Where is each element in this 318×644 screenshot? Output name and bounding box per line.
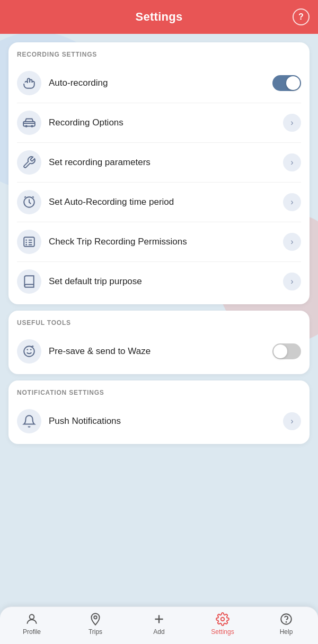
notification-settings-card: NOTIFICATION SETTINGS Push Notifications… bbox=[8, 380, 310, 444]
bottom-navigation: Profile Trips Add Settings Help bbox=[0, 606, 318, 644]
push-notifications-chevron[interactable]: › bbox=[283, 412, 301, 430]
list-icon bbox=[17, 230, 41, 254]
default-trip-chevron[interactable]: › bbox=[283, 273, 301, 291]
auto-recording-label: Auto-recording bbox=[49, 77, 272, 89]
help-circle-icon bbox=[279, 612, 293, 626]
nav-label-profile: Profile bbox=[23, 628, 41, 636]
setting-row-recording-options[interactable]: Recording Options › bbox=[17, 103, 301, 143]
nav-item-settings[interactable]: Settings bbox=[207, 612, 238, 636]
svg-rect-0 bbox=[23, 122, 35, 126]
settings-content: RECORDING SETTINGS Auto-recording bbox=[0, 34, 318, 444]
svg-point-15 bbox=[94, 616, 96, 619]
notification-settings-label: NOTIFICATION SETTINGS bbox=[17, 389, 301, 396]
plus-icon bbox=[152, 612, 166, 626]
setting-row-default-trip[interactable]: Set default trip purpose › bbox=[17, 262, 301, 301]
nav-label-settings: Settings bbox=[211, 628, 234, 636]
svg-point-14 bbox=[30, 614, 34, 619]
setting-row-waze[interactable]: Pre-save & send to Waze bbox=[17, 332, 301, 371]
page-title: Settings bbox=[135, 10, 182, 24]
clock-icon bbox=[17, 190, 41, 214]
recording-options-chevron[interactable]: › bbox=[283, 114, 301, 132]
help-button[interactable]: ? bbox=[293, 8, 310, 25]
auto-recording-time-label: Set Auto-Recording time period bbox=[49, 196, 283, 208]
setting-row-recording-params[interactable]: Set recording parameters › bbox=[17, 143, 301, 183]
nav-item-help[interactable]: Help bbox=[270, 612, 302, 636]
auto-recording-time-chevron[interactable]: › bbox=[283, 193, 301, 211]
car-icon bbox=[17, 111, 41, 135]
trip-permissions-label: Check Trip Recording Permissions bbox=[49, 236, 283, 248]
trip-permissions-chevron[interactable]: › bbox=[283, 233, 301, 251]
waze-toggle-knob bbox=[273, 344, 287, 358]
svg-point-19 bbox=[281, 614, 292, 624]
wrench-icon bbox=[17, 150, 41, 175]
waze-label: Pre-save & send to Waze bbox=[49, 346, 272, 357]
nav-item-profile[interactable]: Profile bbox=[16, 612, 48, 636]
nav-label-trips: Trips bbox=[89, 628, 102, 636]
nav-label-add: Add bbox=[153, 628, 164, 636]
svg-point-11 bbox=[24, 346, 34, 357]
svg-point-18 bbox=[221, 618, 225, 621]
setting-row-auto-recording[interactable]: Auto-recording bbox=[17, 64, 301, 103]
waze-toggle[interactable] bbox=[272, 343, 301, 359]
book-icon bbox=[17, 269, 41, 294]
help-icon: ? bbox=[298, 12, 304, 22]
useful-tools-label: USEFUL TOOLS bbox=[17, 319, 301, 326]
setting-row-push-notifications[interactable]: Push Notifications › bbox=[17, 402, 301, 441]
svg-point-2 bbox=[31, 125, 33, 127]
smile-icon bbox=[17, 339, 41, 364]
push-notifications-label: Push Notifications bbox=[49, 415, 283, 427]
auto-recording-toggle[interactable] bbox=[272, 75, 301, 91]
person-icon bbox=[25, 612, 39, 626]
nav-label-help: Help bbox=[280, 628, 293, 636]
svg-point-1 bbox=[25, 125, 27, 127]
default-trip-label: Set default trip purpose bbox=[49, 276, 283, 287]
bell-icon bbox=[17, 409, 41, 433]
setting-row-trip-permissions[interactable]: Check Trip Recording Permissions › bbox=[17, 222, 301, 262]
recording-params-chevron[interactable]: › bbox=[283, 153, 301, 171]
nav-item-add[interactable]: Add bbox=[143, 612, 175, 636]
nav-item-trips[interactable]: Trips bbox=[80, 612, 111, 636]
recording-settings-card: RECORDING SETTINGS Auto-recording bbox=[8, 42, 310, 304]
recording-settings-label: RECORDING SETTINGS bbox=[17, 51, 301, 58]
recording-params-label: Set recording parameters bbox=[49, 157, 283, 168]
gear-icon bbox=[216, 612, 229, 626]
app-header: Settings ? bbox=[0, 0, 318, 34]
recording-options-label: Recording Options bbox=[49, 117, 283, 129]
hand-icon bbox=[17, 71, 41, 95]
toggle-knob bbox=[286, 76, 300, 90]
setting-row-auto-recording-time[interactable]: Set Auto-Recording time period › bbox=[17, 183, 301, 222]
useful-tools-card: USEFUL TOOLS Pre-save & send to Waze bbox=[8, 311, 310, 374]
location-icon bbox=[89, 612, 102, 626]
